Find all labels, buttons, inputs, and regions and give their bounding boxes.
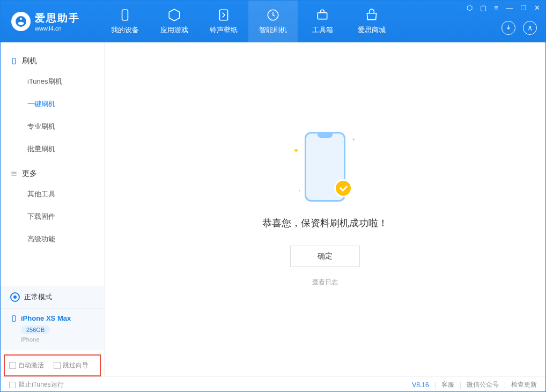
- logo-area: 爱思助手 www.i4.cn: [1, 11, 91, 32]
- svg-point-3: [529, 26, 531, 28]
- app-header: 爱思助手 www.i4.cn 我的设备 应用游戏 铃声壁纸 智能刷机 工具箱 爱…: [1, 1, 545, 42]
- nav-my-device[interactable]: 我的设备: [100, 1, 150, 42]
- app-title: 爱思助手: [35, 11, 80, 25]
- minimize-button[interactable]: ―: [506, 4, 513, 12]
- nav-toolbox[interactable]: 工具箱: [298, 1, 347, 42]
- svg-rect-4: [12, 58, 16, 64]
- window-controls: ⬡ ▢ ≡ ― ☐ ✕: [467, 4, 540, 12]
- sidebar-item-advanced[interactable]: 高级功能: [1, 228, 104, 250]
- device-mode[interactable]: 正常模式: [1, 286, 104, 309]
- sidebar-item-batch-flash[interactable]: 批量刷机: [1, 138, 104, 160]
- sidebar-item-pro-flash[interactable]: 专业刷机: [1, 115, 104, 138]
- sidebar-item-other-tools[interactable]: 其他工具: [1, 183, 104, 205]
- checkmark-icon: [334, 179, 352, 197]
- svg-rect-0: [122, 10, 128, 20]
- svg-rect-2: [318, 13, 327, 19]
- ok-button[interactable]: 确定: [290, 246, 360, 267]
- flash-options-highlighted: 自动激活 跳过向导: [4, 354, 101, 376]
- maximize-button[interactable]: ☐: [520, 4, 527, 12]
- app-subtitle: www.i4.cn: [35, 25, 80, 32]
- footer-link-wechat[interactable]: 微信公众号: [467, 380, 499, 389]
- device-type: iPhone: [21, 336, 94, 343]
- header-right-icons: [501, 21, 537, 35]
- checkbox-skip-guide[interactable]: 跳过向导: [54, 361, 88, 370]
- phone-icon: [10, 315, 18, 322]
- top-nav: 我的设备 应用游戏 铃声壁纸 智能刷机 工具箱 爱思商城: [100, 1, 396, 42]
- nav-apps[interactable]: 应用游戏: [150, 1, 199, 42]
- checkbox-auto-activate[interactable]: 自动激活: [9, 361, 44, 370]
- shirt-icon[interactable]: ⬡: [467, 4, 473, 12]
- user-icon[interactable]: [523, 21, 537, 35]
- download-icon[interactable]: [501, 21, 515, 35]
- sidebar: 刷机 iTunes刷机 一键刷机 专业刷机 批量刷机 更多 其他工具 下载固件 …: [1, 42, 105, 376]
- view-log-link[interactable]: 查看日志: [312, 278, 338, 287]
- menu-icon[interactable]: ≡: [494, 4, 498, 12]
- svg-rect-5: [12, 315, 16, 321]
- mode-indicator-icon: [10, 292, 20, 302]
- sidebar-section-flash[interactable]: 刷机: [1, 52, 104, 70]
- svg-rect-1: [219, 10, 227, 20]
- success-illustration: ✦ ✦ •: [296, 132, 355, 207]
- version-label: V8.16: [412, 381, 429, 389]
- sidebar-section-more[interactable]: 更多: [1, 165, 104, 183]
- sidebar-item-oneclick-flash[interactable]: 一键刷机: [1, 93, 104, 115]
- close-button[interactable]: ✕: [534, 4, 540, 12]
- checkbox-block-itunes[interactable]: 阻止iTunes运行: [9, 380, 64, 389]
- nav-flash[interactable]: 智能刷机: [248, 1, 298, 42]
- success-message: 恭喜您，保资料刷机成功啦！: [262, 217, 388, 230]
- feedback-icon[interactable]: ▢: [480, 4, 486, 12]
- device-capacity: 256GB: [21, 326, 50, 334]
- nav-store[interactable]: 爱思商城: [347, 1, 396, 42]
- sidebar-item-itunes-flash[interactable]: iTunes刷机: [1, 70, 104, 93]
- device-info[interactable]: iPhone XS Max 256GB iPhone: [1, 309, 104, 350]
- footer-link-update[interactable]: 检查更新: [511, 380, 537, 389]
- status-bar: 阻止iTunes运行 V8.16 | 客服 | 微信公众号 | 检查更新: [1, 376, 545, 392]
- nav-ringtones[interactable]: 铃声壁纸: [199, 1, 248, 42]
- sidebar-item-download-firmware[interactable]: 下载固件: [1, 205, 104, 228]
- logo-icon: [11, 12, 31, 31]
- main-content: ✦ ✦ • 恭喜您，保资料刷机成功啦！ 确定 查看日志: [105, 42, 545, 376]
- footer-link-support[interactable]: 客服: [441, 380, 454, 389]
